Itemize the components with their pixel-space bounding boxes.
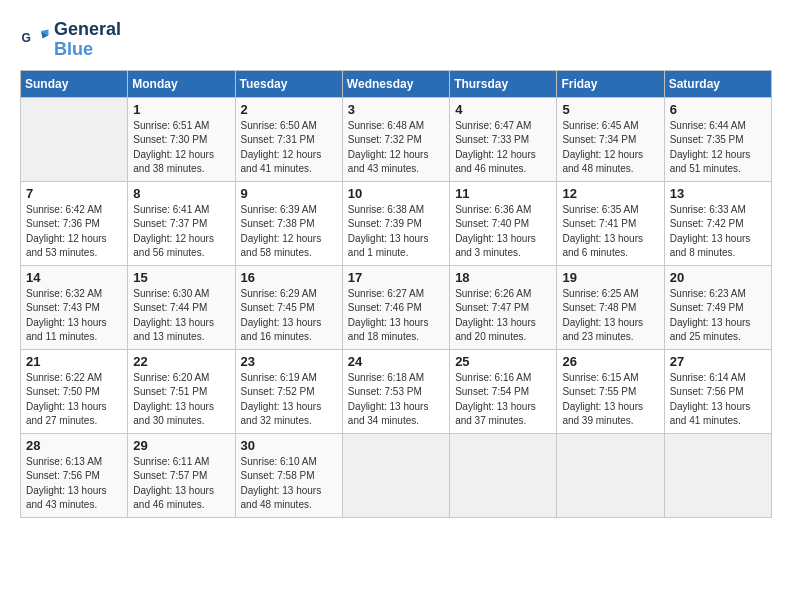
calendar-cell: 19Sunrise: 6:25 AMSunset: 7:48 PMDayligh… — [557, 265, 664, 349]
day-info: Sunrise: 6:51 AMSunset: 7:30 PMDaylight:… — [133, 119, 229, 177]
calendar-cell: 13Sunrise: 6:33 AMSunset: 7:42 PMDayligh… — [664, 181, 771, 265]
calendar-table: SundayMondayTuesdayWednesdayThursdayFrid… — [20, 70, 772, 518]
day-number: 12 — [562, 186, 658, 201]
day-info: Sunrise: 6:50 AMSunset: 7:31 PMDaylight:… — [241, 119, 337, 177]
day-info: Sunrise: 6:11 AMSunset: 7:57 PMDaylight:… — [133, 455, 229, 513]
calendar-cell: 12Sunrise: 6:35 AMSunset: 7:41 PMDayligh… — [557, 181, 664, 265]
day-info: Sunrise: 6:47 AMSunset: 7:33 PMDaylight:… — [455, 119, 551, 177]
calendar-cell — [21, 97, 128, 181]
calendar-cell: 24Sunrise: 6:18 AMSunset: 7:53 PMDayligh… — [342, 349, 449, 433]
day-info: Sunrise: 6:39 AMSunset: 7:38 PMDaylight:… — [241, 203, 337, 261]
day-info: Sunrise: 6:27 AMSunset: 7:46 PMDaylight:… — [348, 287, 444, 345]
calendar-cell: 2Sunrise: 6:50 AMSunset: 7:31 PMDaylight… — [235, 97, 342, 181]
calendar-cell: 16Sunrise: 6:29 AMSunset: 7:45 PMDayligh… — [235, 265, 342, 349]
calendar-cell: 15Sunrise: 6:30 AMSunset: 7:44 PMDayligh… — [128, 265, 235, 349]
calendar-cell: 10Sunrise: 6:38 AMSunset: 7:39 PMDayligh… — [342, 181, 449, 265]
calendar-cell: 29Sunrise: 6:11 AMSunset: 7:57 PMDayligh… — [128, 433, 235, 517]
calendar-cell: 17Sunrise: 6:27 AMSunset: 7:46 PMDayligh… — [342, 265, 449, 349]
day-info: Sunrise: 6:23 AMSunset: 7:49 PMDaylight:… — [670, 287, 766, 345]
day-number: 7 — [26, 186, 122, 201]
calendar-cell — [450, 433, 557, 517]
day-header-sunday: Sunday — [21, 70, 128, 97]
calendar-body: 1Sunrise: 6:51 AMSunset: 7:30 PMDaylight… — [21, 97, 772, 517]
calendar-cell: 14Sunrise: 6:32 AMSunset: 7:43 PMDayligh… — [21, 265, 128, 349]
day-info: Sunrise: 6:38 AMSunset: 7:39 PMDaylight:… — [348, 203, 444, 261]
day-number: 18 — [455, 270, 551, 285]
calendar-week-5: 28Sunrise: 6:13 AMSunset: 7:56 PMDayligh… — [21, 433, 772, 517]
day-info: Sunrise: 6:29 AMSunset: 7:45 PMDaylight:… — [241, 287, 337, 345]
day-header-thursday: Thursday — [450, 70, 557, 97]
calendar-header-row: SundayMondayTuesdayWednesdayThursdayFrid… — [21, 70, 772, 97]
day-info: Sunrise: 6:45 AMSunset: 7:34 PMDaylight:… — [562, 119, 658, 177]
day-number: 21 — [26, 354, 122, 369]
day-number: 5 — [562, 102, 658, 117]
day-number: 6 — [670, 102, 766, 117]
day-info: Sunrise: 6:36 AMSunset: 7:40 PMDaylight:… — [455, 203, 551, 261]
day-info: Sunrise: 6:16 AMSunset: 7:54 PMDaylight:… — [455, 371, 551, 429]
logo-text: General Blue — [54, 20, 121, 60]
calendar-cell: 18Sunrise: 6:26 AMSunset: 7:47 PMDayligh… — [450, 265, 557, 349]
day-info: Sunrise: 6:15 AMSunset: 7:55 PMDaylight:… — [562, 371, 658, 429]
day-number: 25 — [455, 354, 551, 369]
day-info: Sunrise: 6:48 AMSunset: 7:32 PMDaylight:… — [348, 119, 444, 177]
day-info: Sunrise: 6:32 AMSunset: 7:43 PMDaylight:… — [26, 287, 122, 345]
day-info: Sunrise: 6:44 AMSunset: 7:35 PMDaylight:… — [670, 119, 766, 177]
calendar-cell: 3Sunrise: 6:48 AMSunset: 7:32 PMDaylight… — [342, 97, 449, 181]
calendar-cell: 27Sunrise: 6:14 AMSunset: 7:56 PMDayligh… — [664, 349, 771, 433]
day-info: Sunrise: 6:20 AMSunset: 7:51 PMDaylight:… — [133, 371, 229, 429]
logo-icon: G — [20, 25, 50, 55]
calendar-week-1: 1Sunrise: 6:51 AMSunset: 7:30 PMDaylight… — [21, 97, 772, 181]
calendar-cell: 20Sunrise: 6:23 AMSunset: 7:49 PMDayligh… — [664, 265, 771, 349]
day-info: Sunrise: 6:33 AMSunset: 7:42 PMDaylight:… — [670, 203, 766, 261]
calendar-week-4: 21Sunrise: 6:22 AMSunset: 7:50 PMDayligh… — [21, 349, 772, 433]
day-header-monday: Monday — [128, 70, 235, 97]
calendar-cell: 28Sunrise: 6:13 AMSunset: 7:56 PMDayligh… — [21, 433, 128, 517]
day-number: 28 — [26, 438, 122, 453]
calendar-cell: 9Sunrise: 6:39 AMSunset: 7:38 PMDaylight… — [235, 181, 342, 265]
day-number: 20 — [670, 270, 766, 285]
calendar-cell: 4Sunrise: 6:47 AMSunset: 7:33 PMDaylight… — [450, 97, 557, 181]
day-number: 17 — [348, 270, 444, 285]
day-info: Sunrise: 6:22 AMSunset: 7:50 PMDaylight:… — [26, 371, 122, 429]
page-header: G General Blue — [20, 20, 772, 60]
day-number: 24 — [348, 354, 444, 369]
calendar-cell — [664, 433, 771, 517]
day-info: Sunrise: 6:42 AMSunset: 7:36 PMDaylight:… — [26, 203, 122, 261]
calendar-cell: 1Sunrise: 6:51 AMSunset: 7:30 PMDaylight… — [128, 97, 235, 181]
day-number: 23 — [241, 354, 337, 369]
day-number: 15 — [133, 270, 229, 285]
day-info: Sunrise: 6:25 AMSunset: 7:48 PMDaylight:… — [562, 287, 658, 345]
calendar-cell: 26Sunrise: 6:15 AMSunset: 7:55 PMDayligh… — [557, 349, 664, 433]
day-info: Sunrise: 6:30 AMSunset: 7:44 PMDaylight:… — [133, 287, 229, 345]
calendar-week-3: 14Sunrise: 6:32 AMSunset: 7:43 PMDayligh… — [21, 265, 772, 349]
logo: G General Blue — [20, 20, 121, 60]
day-number: 4 — [455, 102, 551, 117]
calendar-cell: 30Sunrise: 6:10 AMSunset: 7:58 PMDayligh… — [235, 433, 342, 517]
calendar-week-2: 7Sunrise: 6:42 AMSunset: 7:36 PMDaylight… — [21, 181, 772, 265]
calendar-cell: 8Sunrise: 6:41 AMSunset: 7:37 PMDaylight… — [128, 181, 235, 265]
calendar-cell — [557, 433, 664, 517]
day-info: Sunrise: 6:14 AMSunset: 7:56 PMDaylight:… — [670, 371, 766, 429]
day-info: Sunrise: 6:18 AMSunset: 7:53 PMDaylight:… — [348, 371, 444, 429]
svg-text:G: G — [22, 30, 31, 44]
day-header-saturday: Saturday — [664, 70, 771, 97]
calendar-cell: 7Sunrise: 6:42 AMSunset: 7:36 PMDaylight… — [21, 181, 128, 265]
calendar-cell: 23Sunrise: 6:19 AMSunset: 7:52 PMDayligh… — [235, 349, 342, 433]
day-number: 22 — [133, 354, 229, 369]
day-number: 27 — [670, 354, 766, 369]
calendar-cell: 22Sunrise: 6:20 AMSunset: 7:51 PMDayligh… — [128, 349, 235, 433]
day-number: 2 — [241, 102, 337, 117]
day-number: 30 — [241, 438, 337, 453]
calendar-cell: 21Sunrise: 6:22 AMSunset: 7:50 PMDayligh… — [21, 349, 128, 433]
day-number: 8 — [133, 186, 229, 201]
calendar-cell: 25Sunrise: 6:16 AMSunset: 7:54 PMDayligh… — [450, 349, 557, 433]
day-number: 11 — [455, 186, 551, 201]
day-number: 14 — [26, 270, 122, 285]
day-number: 29 — [133, 438, 229, 453]
day-number: 1 — [133, 102, 229, 117]
day-info: Sunrise: 6:19 AMSunset: 7:52 PMDaylight:… — [241, 371, 337, 429]
day-number: 10 — [348, 186, 444, 201]
calendar-cell — [342, 433, 449, 517]
day-info: Sunrise: 6:35 AMSunset: 7:41 PMDaylight:… — [562, 203, 658, 261]
day-number: 9 — [241, 186, 337, 201]
